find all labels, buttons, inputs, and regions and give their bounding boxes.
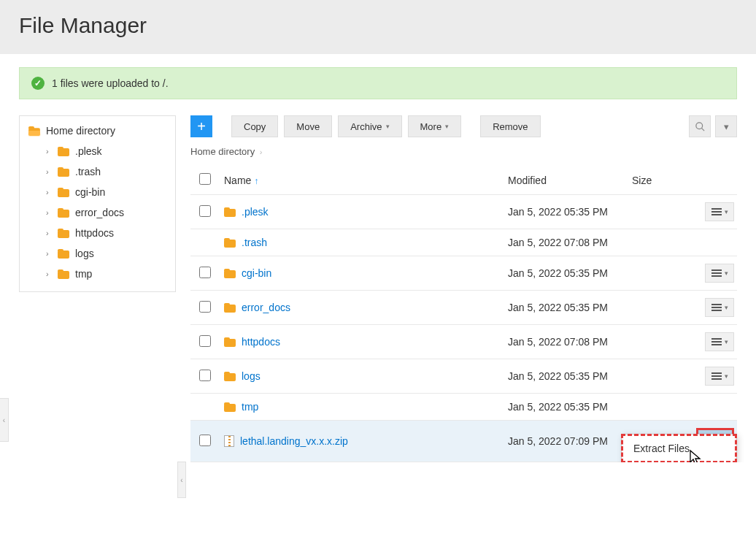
check-icon: ✓ [31, 77, 45, 90]
panel-collapse-handle[interactable]: ‹ [177, 462, 186, 462]
hamburger-icon [711, 337, 722, 347]
copy-button[interactable]: Copy [231, 115, 278, 137]
select-all-checkbox[interactable] [199, 173, 211, 185]
folder-icon [224, 207, 236, 217]
main-panel: + Copy Move Archive▾ More▾ Remove ▾ Home… [190, 115, 737, 462]
folder-icon [58, 208, 69, 218]
chevron-right-icon: › [46, 249, 53, 258]
folder-icon [224, 269, 236, 278]
row-menu-button[interactable]: ▾ [705, 264, 734, 283]
hamburger-icon [711, 371, 722, 381]
breadcrumb-root[interactable]: Home directory [190, 146, 255, 157]
upload-success-alert: ✓ 1 files were uploaded to /. [19, 67, 737, 99]
search-icon [695, 121, 706, 132]
add-button[interactable]: + [190, 115, 212, 137]
folder-icon [224, 238, 236, 248]
row-name-link[interactable]: logs [224, 370, 508, 382]
table-row: cgi-binJan 5, 2022 05:35 PM▾ [190, 256, 737, 291]
context-menu-item-extract-files[interactable]: Extract Files [621, 434, 737, 462]
column-size[interactable]: Size [632, 175, 690, 186]
sidebar-item-error_docs[interactable]: ›error_docs [20, 202, 175, 223]
remove-button[interactable]: Remove [480, 115, 540, 137]
table-header: Name↑ Modified Size [190, 166, 737, 195]
hamburger-icon [711, 302, 722, 313]
sidebar-item-trash[interactable]: ›.trash [20, 161, 175, 182]
sort-asc-icon: ↑ [254, 176, 258, 186]
svg-point-0 [695, 122, 702, 129]
row-menu-button[interactable]: ▾ [705, 298, 734, 317]
row-context-menu: Extract FilesDownloadRenameChange Permis… [621, 434, 737, 462]
folder-icon [224, 337, 236, 347]
row-modified: Jan 5, 2022 07:09 PM [508, 435, 632, 447]
row-modified: Jan 5, 2022 07:08 PM [508, 336, 632, 348]
row-checkbox[interactable] [199, 370, 211, 381]
archive-button[interactable]: Archive▾ [338, 115, 401, 137]
row-checkbox[interactable] [199, 435, 211, 446]
row-name-link[interactable]: httpdocs [224, 336, 508, 348]
chevron-down-icon: ▾ [725, 208, 728, 215]
row-modified: Jan 5, 2022 05:35 PM [508, 206, 632, 218]
row-modified: Jan 5, 2022 05:35 PM [508, 401, 632, 413]
move-button[interactable]: Move [284, 115, 332, 137]
chevron-down-icon: ▾ [725, 304, 728, 311]
row-menu-button[interactable]: ▾ [705, 202, 734, 221]
more-button[interactable]: More▾ [408, 115, 462, 137]
chevron-down-icon: ▾ [725, 338, 728, 345]
sidebar-item-label: tmp [75, 268, 92, 280]
folder-icon [58, 167, 69, 177]
row-checkbox[interactable] [199, 301, 211, 313]
folder-icon [224, 372, 236, 381]
row-name-link[interactable]: error_docs [224, 302, 508, 313]
folder-icon [224, 402, 236, 412]
chevron-down-icon: ▾ [725, 269, 728, 277]
table-row: .pleskJan 5, 2022 05:35 PM▾ [190, 195, 737, 229]
row-name-link[interactable]: lethal.landing_vx.x.x.zip [224, 435, 508, 447]
sidebar-item-label: error_docs [75, 207, 124, 218]
row-name-link[interactable]: tmp [224, 401, 508, 413]
table-row: tmpJan 5, 2022 05:35 PM [190, 394, 737, 421]
tree-root-home[interactable]: Home directory [20, 121, 175, 141]
row-modified: Jan 5, 2022 05:35 PM [508, 370, 632, 382]
folder-icon [58, 249, 69, 259]
row-name-label: lethal.landing_vx.x.x.zip [240, 435, 348, 447]
sidebar-item-httpdocs[interactable]: ›httpdocs [20, 223, 175, 243]
row-menu-button[interactable]: ▾ [705, 367, 734, 386]
sidebar-item-plesk[interactable]: ›.plesk [20, 141, 175, 161]
row-modified: Jan 5, 2022 05:35 PM [508, 267, 632, 279]
search-button[interactable] [689, 115, 711, 137]
breadcrumb: Home directory › [190, 146, 737, 157]
folder-icon [58, 229, 69, 238]
chevron-right-icon: › [46, 269, 53, 278]
table-row: httpdocsJan 5, 2022 07:08 PM▾ [190, 325, 737, 359]
row-name-link[interactable]: .trash [224, 237, 508, 248]
chevron-right-icon: › [46, 188, 53, 196]
folder-icon [58, 269, 69, 279]
sidebar-item-tmp[interactable]: ›tmp [20, 264, 175, 284]
row-name-label: cgi-bin [242, 267, 271, 279]
hamburger-icon [711, 268, 722, 278]
column-modified[interactable]: Modified [508, 175, 632, 186]
row-checkbox[interactable] [199, 267, 211, 278]
chevron-right-icon: › [46, 167, 53, 176]
toolbar: + Copy Move Archive▾ More▾ Remove ▾ [190, 115, 737, 137]
settings-dropdown-button[interactable]: ▾ [715, 115, 737, 137]
folder-tree-sidebar: Home directory ›.plesk›.trash›cgi-bin›er… [19, 115, 176, 292]
folder-icon [58, 147, 69, 156]
sidebar-item-logs[interactable]: ›logs [20, 243, 175, 264]
row-name-label: logs [242, 370, 261, 382]
folder-icon [58, 188, 69, 197]
sidebar-item-cgibin[interactable]: ›cgi-bin [20, 182, 175, 202]
column-name[interactable]: Name↑ [224, 175, 508, 186]
row-checkbox[interactable] [199, 205, 211, 217]
row-menu-button[interactable]: ▾ [705, 332, 734, 351]
row-modified: Jan 5, 2022 05:35 PM [508, 302, 632, 313]
chevron-right-icon: › [46, 147, 53, 156]
folder-icon [224, 303, 236, 313]
sidebar-collapse-handle[interactable]: ‹ [0, 398, 9, 442]
row-checkbox[interactable] [199, 335, 211, 347]
table-row: logsJan 5, 2022 05:35 PM▾ [190, 359, 737, 394]
chevron-right-icon: › [260, 148, 263, 156]
row-name-link[interactable]: cgi-bin [224, 267, 508, 279]
row-name-link[interactable]: .plesk [224, 206, 508, 218]
sidebar-item-label: httpdocs [75, 227, 114, 239]
